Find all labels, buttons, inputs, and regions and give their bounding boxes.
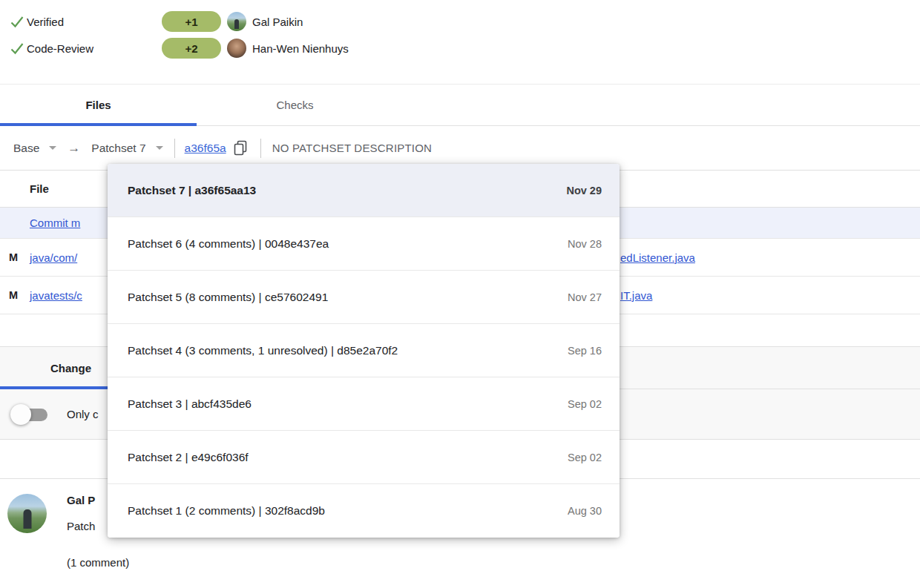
dropdown-item-patchset-5[interactable]: Patchset 5 (8 comments) | ce57602491 Nov… [108,271,620,324]
file-link[interactable]: Commit m [30,217,80,229]
comment-count[interactable]: (1 comment) [67,556,129,569]
label-name: Verified [25,16,162,28]
dropdown-item-patchset-6[interactable]: Patchset 6 (4 comments) | 0048e437ea Nov… [108,217,620,271]
gerrit-change-page: Verified +1 Gal Paikin Code-Review +2 Ha… [0,0,920,588]
file-column-header: File [30,182,49,195]
chevron-down-icon[interactable] [156,146,163,150]
dropdown-item-patchset-1[interactable]: Patchset 1 (2 comments) | 302f8acd9b Aug… [108,484,620,538]
toggle-knob[interactable] [10,404,31,425]
chevron-down-icon[interactable] [49,146,56,150]
vote-row-code-review: Code-Review +2 Han-Wen Nienhuys [9,38,349,59]
tab-change-log[interactable]: Change [50,347,91,389]
divider [174,139,175,158]
comment-author: Gal P [67,494,95,506]
vote-badge: +2 [162,38,221,59]
patchset-dropdown-menu: Patchset 7 | a36f65aa13 Nov 29 Patchset … [108,164,620,538]
avatar [227,39,246,58]
check-icon [9,13,25,30]
toggle-label: Only c [67,408,99,420]
file-link[interactable]: javatests/c [30,289,82,302]
voter-name: Han-Wen Nienhuys [252,42,349,55]
check-icon [9,40,25,56]
patchset-selector[interactable]: Patchset 7 [91,142,145,155]
avatar [227,12,246,31]
file-link[interactable]: java/com/ [30,251,77,264]
avatar [7,494,47,533]
vote-badge: +1 [162,11,221,32]
file-link-fragment[interactable]: IT.java [620,289,652,302]
patchset-description: NO PATCHSET DESCRIPTION [272,142,432,154]
vote-row-verified: Verified +1 Gal Paikin [9,11,303,32]
dropdown-item-patchset-4[interactable]: Patchset 4 (3 comments, 1 unresolved) | … [108,324,620,377]
comment-snippet: Patch [67,520,95,532]
tab-files[interactable]: Files [0,85,197,125]
base-selector[interactable]: Base [13,142,39,155]
label-name: Code-Review [25,42,162,55]
file-link-fragment[interactable]: edListener.java [620,251,695,264]
voter-name: Gal Paikin [252,16,303,28]
divider [260,139,261,158]
dropdown-item-patchset-3[interactable]: Patchset 3 | abcf435de6 Sep 02 [108,377,620,431]
arrow-right-icon: → [68,141,80,156]
primary-tabbar: Files Checks [0,84,920,126]
commit-sha-link[interactable]: a36f65a [185,142,226,155]
file-status: M [9,289,18,301]
only-comments-toggle[interactable] [10,404,49,425]
copy-icon[interactable] [233,139,249,157]
dropdown-item-patchset-2[interactable]: Patchset 2 | e49c6f036f Sep 02 [108,431,620,484]
file-status: M [9,251,18,263]
dropdown-item-patchset-7[interactable]: Patchset 7 | a36f65aa13 Nov 29 [108,164,620,217]
tab-checks[interactable]: Checks [197,85,393,125]
